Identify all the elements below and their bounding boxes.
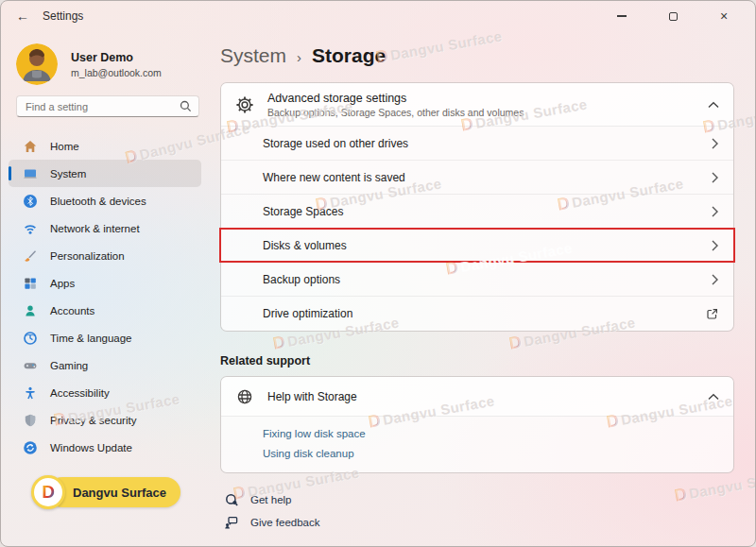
get-help-icon <box>224 492 239 507</box>
chevron-right-icon <box>712 138 718 149</box>
network-icon <box>23 221 38 236</box>
minimize-button[interactable] <box>608 5 636 27</box>
sidebar-item-label: Windows Update <box>50 442 132 453</box>
row-label: Backup options <box>263 273 340 286</box>
settings-window: ← Settings × User Demo m_lab@outlook.com <box>0 0 756 547</box>
breadcrumb-separator: › <box>297 47 301 65</box>
row-backup-options[interactable]: Backup options <box>221 263 733 297</box>
row-where-new-content[interactable]: Where new content is saved <box>221 161 733 195</box>
chevron-up-icon[interactable] <box>708 393 719 401</box>
selection-indicator <box>9 166 11 180</box>
accessibility-icon <box>23 385 38 401</box>
sidebar-item-privacy[interactable]: Privacy & security <box>9 406 201 434</box>
chevron-right-icon <box>712 206 718 217</box>
search-box <box>16 95 199 117</box>
breadcrumb-parent[interactable]: System <box>220 44 286 67</box>
get-help-link[interactable]: Get help <box>220 492 734 507</box>
advanced-storage-title: Advanced storage settings <box>267 92 695 105</box>
advanced-storage-texts: Advanced storage settings Backup options… <box>267 92 695 118</box>
sidebar-nav: Home System Bluetooth & devices Networ <box>1 132 211 461</box>
accounts-icon <box>23 303 38 318</box>
sidebar-item-personalization[interactable]: Personalization <box>9 242 201 269</box>
chevron-right-icon <box>712 172 718 183</box>
help-card: Help with Storage Fixing low disk space … <box>220 376 734 473</box>
maximize-icon <box>669 12 678 21</box>
row-drive-optimization[interactable]: Drive optimization <box>221 297 733 331</box>
chevron-up-icon[interactable] <box>708 101 719 109</box>
window-title: Settings <box>43 9 83 23</box>
sidebar-item-label: Time & language <box>50 333 132 344</box>
avatar <box>16 43 58 85</box>
titlebar: ← Settings × <box>1 1 755 31</box>
sidebar-item-label: Bluetooth & devices <box>50 196 146 207</box>
help-link-using-disk-cleanup[interactable]: Using disk cleanup <box>263 448 718 459</box>
advanced-storage-subtitle: Backup options, Storage Spaces, other di… <box>267 107 695 118</box>
external-link-icon <box>706 308 718 320</box>
close-button[interactable]: × <box>710 5 738 27</box>
advanced-storage-header[interactable]: Advanced storage settings Backup options… <box>221 83 733 127</box>
row-label: Drive optimization <box>263 307 352 320</box>
row-label: Storage used on other drives <box>263 137 408 150</box>
get-help-label: Get help <box>250 494 291 505</box>
sidebar-item-label: Home <box>50 141 79 152</box>
user-email: m_lab@outlook.com <box>71 67 162 78</box>
globe-icon <box>235 387 254 406</box>
help-links: Fixing low disk space Using disk cleanup <box>221 417 733 472</box>
related-support-heading: Related support <box>220 354 734 368</box>
sidebar-item-apps[interactable]: Apps <box>9 269 201 297</box>
breadcrumb: System › Storage <box>220 41 734 71</box>
maximize-button[interactable] <box>659 5 687 27</box>
sidebar-item-time-language[interactable]: Time & language <box>9 324 201 351</box>
feedback-icon <box>224 515 239 530</box>
chevron-right-icon <box>712 274 718 285</box>
user-name: User Demo <box>71 51 162 64</box>
sidebar-item-label: Personalization <box>50 250 125 262</box>
sidebar: User Demo m_lab@outlook.com Home <box>1 31 211 546</box>
sidebar-item-label: Network & internet <box>50 223 140 234</box>
help-card-header[interactable]: Help with Storage <box>221 377 733 417</box>
windows-update-icon <box>23 440 38 455</box>
system-icon <box>23 166 38 181</box>
user-profile[interactable]: User Demo m_lab@outlook.com <box>16 43 196 86</box>
sidebar-item-label: Gaming <box>50 360 88 371</box>
row-disks-volumes[interactable]: Disks & volumes <box>221 229 733 263</box>
row-label: Disks & volumes <box>263 239 347 252</box>
row-label: Where new content is saved <box>263 171 405 184</box>
give-feedback-label: Give feedback <box>250 517 320 528</box>
sidebar-item-label: Apps <box>50 278 75 289</box>
row-storage-spaces[interactable]: Storage Spaces <box>221 195 733 229</box>
page-title: Storage <box>312 44 386 67</box>
user-info: User Demo m_lab@outlook.com <box>71 51 162 78</box>
gaming-icon <box>23 358 38 373</box>
sidebar-item-label: Privacy & security <box>50 415 136 426</box>
sidebar-item-label: Accessibility <box>50 387 110 399</box>
close-icon: × <box>720 9 728 23</box>
sidebar-item-bluetooth[interactable]: Bluetooth & devices <box>9 187 201 214</box>
sidebar-item-windows-update[interactable]: Windows Update <box>9 434 201 461</box>
personalization-icon <box>23 248 38 264</box>
sidebar-item-accessibility[interactable]: Accessibility <box>9 379 201 406</box>
sidebar-item-accounts[interactable]: Accounts <box>9 297 201 324</box>
give-feedback-link[interactable]: Give feedback <box>220 515 734 530</box>
sidebar-item-gaming[interactable]: Gaming <box>9 351 201 379</box>
help-card-title: Help with Storage <box>267 390 695 403</box>
privacy-icon <box>23 413 38 428</box>
sidebar-item-home[interactable]: Home <box>9 132 201 160</box>
window-controls: × <box>608 5 740 27</box>
advanced-storage-card: Advanced storage settings Backup options… <box>220 82 734 332</box>
footer-links: Get help Give feedback <box>220 492 734 530</box>
back-icon[interactable]: ← <box>16 9 29 23</box>
sidebar-item-label: Accounts <box>50 305 94 316</box>
gear-icon <box>235 95 254 114</box>
minimize-icon <box>617 15 627 17</box>
help-link-fixing-low-disk-space[interactable]: Fixing low disk space <box>263 428 718 439</box>
dangvu-surface-badge: D Dangvu Surface <box>31 477 180 507</box>
home-icon <box>23 139 38 154</box>
apps-icon <box>23 276 38 291</box>
bluetooth-icon <box>23 194 38 209</box>
time-language-icon <box>23 331 38 346</box>
search-input[interactable] <box>16 95 199 117</box>
sidebar-item-network[interactable]: Network & internet <box>9 214 201 242</box>
row-storage-other-drives[interactable]: Storage used on other drives <box>221 127 733 161</box>
sidebar-item-system[interactable]: System <box>9 160 201 187</box>
